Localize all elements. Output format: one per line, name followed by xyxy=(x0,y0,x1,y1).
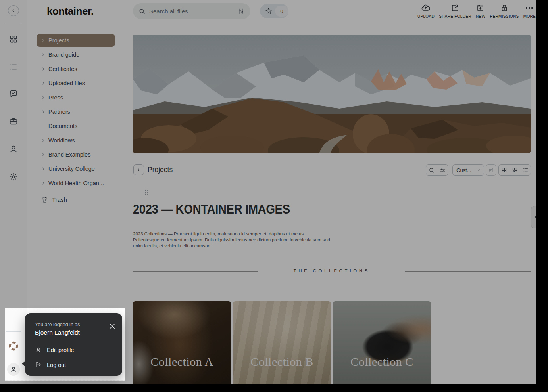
side-panel-toggle[interactable] xyxy=(531,206,536,228)
mountain-landscape-image xyxy=(133,35,531,153)
sidebar-item-university-college[interactable]: University College xyxy=(37,162,115,176)
chevron-right-icon xyxy=(41,167,45,171)
chevron-right-icon xyxy=(41,96,45,99)
star-icon xyxy=(265,7,273,15)
chevron-left-icon xyxy=(11,8,16,13)
sidebar-item-certificates[interactable]: Certificates xyxy=(37,62,115,76)
chevron-left-icon xyxy=(137,168,141,172)
user-menu-popup: You are logged in as Bjoern Langfeldt Ed… xyxy=(25,313,122,376)
upload-button[interactable]: UPLOAD xyxy=(417,2,435,21)
masonry-view-button[interactable] xyxy=(510,165,520,175)
masonry-view-icon xyxy=(512,167,518,173)
favorites-count-badge: 0 xyxy=(275,6,288,17)
life-preserver-icon xyxy=(8,341,19,351)
sidebar-item-world-health-organ[interactable]: World Health Organ... xyxy=(37,176,115,190)
top-action-bar: UPLOAD SHARE FOLDER NEW PERMISSIONS MORE xyxy=(417,2,536,21)
sort-direction-button[interactable] xyxy=(486,164,496,176)
search-icon xyxy=(138,8,145,15)
search-icon xyxy=(429,167,435,173)
hero-banner-image xyxy=(133,35,531,153)
grid-view-button[interactable] xyxy=(499,165,510,175)
sidebar-item-press[interactable]: Press xyxy=(37,90,115,105)
collection-card-label: Collection C xyxy=(333,355,431,369)
logged-in-text: You are logged in as xyxy=(35,322,114,327)
folder-heading: 2023 — KONTAINER IMAGES xyxy=(133,201,290,217)
search-input[interactable] xyxy=(149,8,233,15)
sort-order-dropdown[interactable]: Cust... xyxy=(452,164,484,176)
kontainer-logo: kontainer. xyxy=(47,5,94,17)
user-icon xyxy=(10,366,17,373)
collection-card-c[interactable]: Collection C xyxy=(333,301,431,384)
new-folder-plus-icon xyxy=(476,3,485,13)
collapse-sidebar-button[interactable] xyxy=(8,5,19,16)
chevron-right-icon xyxy=(41,110,45,114)
section-heading-row: THE COLLECTIONS xyxy=(133,268,531,274)
sliders-icon xyxy=(440,167,446,173)
user-avatar-button[interactable] xyxy=(7,363,20,376)
sidebar-item-workflows[interactable]: Workflows xyxy=(37,133,115,147)
share-folder-button[interactable]: SHARE FOLDER xyxy=(438,2,472,21)
collection-card-label: Collection A xyxy=(133,355,231,369)
new-button[interactable]: NEW xyxy=(475,2,486,21)
sidebar-item-brand-guide[interactable]: Brand guide xyxy=(37,48,115,62)
dashboard-grid-icon[interactable] xyxy=(9,35,18,44)
settings-gear-icon[interactable] xyxy=(9,172,18,181)
ellipsis-icon xyxy=(525,3,534,13)
more-button[interactable]: MORE xyxy=(523,2,536,21)
divider-line xyxy=(405,271,531,272)
approval-chat-icon[interactable] xyxy=(9,90,18,98)
favorites-button[interactable]: 0 xyxy=(260,4,288,18)
cloud-upload-icon xyxy=(421,3,431,13)
user-name: Bjoern Langfeldt xyxy=(35,329,114,336)
list-view-button[interactable] xyxy=(520,165,531,175)
sort-asc-icon xyxy=(488,167,494,173)
collection-card-a[interactable]: Collection A xyxy=(133,301,231,384)
search-filter-group xyxy=(426,164,448,176)
sidebar-item-partners[interactable]: Partners xyxy=(37,105,115,119)
users-icon[interactable] xyxy=(9,145,18,153)
log-out-menu-item[interactable]: Log out xyxy=(35,361,114,368)
chevron-right-icon xyxy=(41,38,45,42)
content-filter-button[interactable] xyxy=(437,165,448,175)
drag-handle-icon[interactable] xyxy=(144,189,149,195)
chevron-right-icon xyxy=(41,181,45,185)
chevron-right-icon xyxy=(41,53,45,57)
sidebar-item-documents[interactable]: Documents xyxy=(37,119,115,133)
app-window: Projects Brand guide Certificates Upload… xyxy=(0,0,536,384)
permissions-button[interactable]: PERMISSIONS xyxy=(489,2,520,21)
chevron-right-icon xyxy=(41,67,45,71)
briefcase-icon[interactable] xyxy=(9,117,18,126)
chevron-right-icon xyxy=(41,138,45,142)
list-icon[interactable] xyxy=(9,63,18,71)
section-heading: THE COLLECTIONS xyxy=(133,268,531,273)
sidebar-item-projects[interactable]: Projects xyxy=(37,34,115,47)
chevron-left-icon xyxy=(534,215,536,219)
lock-icon xyxy=(500,3,509,13)
sidebar-item-uploaded-files[interactable]: Uploaded files xyxy=(37,76,115,90)
grid-view-icon xyxy=(501,167,507,173)
help-button[interactable] xyxy=(7,340,20,352)
edit-profile-menu-item[interactable]: Edit profile xyxy=(35,346,114,353)
icon-rail xyxy=(0,0,27,384)
view-switcher xyxy=(498,164,531,176)
chevron-down-icon xyxy=(476,168,480,172)
content-search-button[interactable] xyxy=(426,165,437,175)
list-view-icon xyxy=(523,167,529,173)
close-icon[interactable] xyxy=(109,323,116,330)
sidebar-item-brand-examples[interactable]: Brand Examples xyxy=(37,147,115,162)
share-folder-icon xyxy=(450,3,460,13)
chevron-right-icon xyxy=(41,153,45,157)
folder-description: 2023 Collections — Praesent ligula enim,… xyxy=(133,231,332,249)
page-title: Projects xyxy=(148,166,173,174)
rail-divider xyxy=(6,25,21,25)
rail-bottom-divider xyxy=(6,331,21,332)
search-filter-icon[interactable] xyxy=(237,8,245,15)
chevron-right-icon xyxy=(41,81,45,85)
collection-card-b[interactable]: Collection B xyxy=(233,301,331,384)
user-icon xyxy=(35,346,42,353)
search-bar xyxy=(133,3,250,19)
trash-icon xyxy=(41,196,48,203)
back-button[interactable] xyxy=(133,164,144,175)
sidebar-item-trash[interactable]: Trash xyxy=(41,196,67,203)
log-out-icon xyxy=(35,361,42,368)
